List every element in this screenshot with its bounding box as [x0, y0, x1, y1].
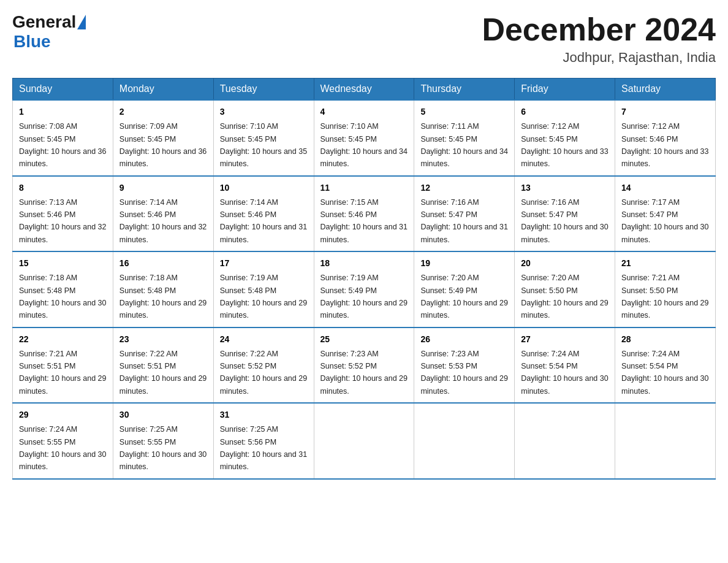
day-number: 21 [621, 257, 709, 270]
calendar-cell: 6Sunrise: 7:12 AMSunset: 5:45 PMDaylight… [515, 100, 615, 176]
day-info: Sunrise: 7:23 AMSunset: 5:53 PMDaylight:… [420, 350, 507, 396]
calendar-cell: 12Sunrise: 7:16 AMSunset: 5:47 PMDayligh… [414, 176, 515, 252]
day-number: 28 [621, 333, 709, 346]
day-number: 26 [420, 333, 508, 346]
day-number: 29 [19, 408, 107, 421]
calendar-cell: 9Sunrise: 7:14 AMSunset: 5:46 PMDaylight… [113, 176, 213, 252]
day-info: Sunrise: 7:16 AMSunset: 5:47 PMDaylight:… [521, 198, 608, 244]
calendar-cell: 3Sunrise: 7:10 AMSunset: 5:45 PMDaylight… [213, 100, 314, 176]
day-number: 9 [119, 182, 207, 194]
day-number: 30 [119, 408, 207, 421]
day-number: 8 [19, 182, 107, 194]
day-info: Sunrise: 7:14 AMSunset: 5:46 PMDaylight:… [119, 198, 207, 244]
calendar-week-row: 8Sunrise: 7:13 AMSunset: 5:46 PMDaylight… [13, 176, 716, 252]
day-number: 17 [220, 257, 308, 270]
day-info: Sunrise: 7:15 AMSunset: 5:46 PMDaylight:… [320, 198, 408, 244]
calendar-header-wednesday: Wednesday [314, 79, 414, 101]
day-info: Sunrise: 7:17 AMSunset: 5:47 PMDaylight:… [621, 198, 708, 244]
calendar-header-row: SundayMondayTuesdayWednesdayThursdayFrid… [13, 79, 716, 101]
calendar-cell: 8Sunrise: 7:13 AMSunset: 5:46 PMDaylight… [13, 176, 113, 252]
calendar-cell: 24Sunrise: 7:22 AMSunset: 5:52 PMDayligh… [213, 327, 314, 404]
calendar-cell [414, 403, 515, 479]
logo-general-text: General [12, 12, 76, 32]
calendar-cell [314, 403, 414, 479]
day-info: Sunrise: 7:22 AMSunset: 5:51 PMDaylight:… [119, 350, 207, 396]
day-info: Sunrise: 7:12 AMSunset: 5:45 PMDaylight:… [521, 122, 608, 168]
location-title: Jodhpur, Rajasthan, India [482, 50, 716, 66]
calendar-cell: 21Sunrise: 7:21 AMSunset: 5:50 PMDayligh… [615, 251, 716, 327]
day-number: 13 [521, 182, 609, 194]
day-info: Sunrise: 7:19 AMSunset: 5:49 PMDaylight:… [320, 274, 408, 320]
day-info: Sunrise: 7:21 AMSunset: 5:50 PMDaylight:… [621, 274, 708, 320]
day-info: Sunrise: 7:16 AMSunset: 5:47 PMDaylight:… [420, 198, 507, 244]
day-info: Sunrise: 7:14 AMSunset: 5:46 PMDaylight:… [220, 198, 307, 244]
calendar-header-tuesday: Tuesday [213, 79, 314, 101]
day-info: Sunrise: 7:20 AMSunset: 5:50 PMDaylight:… [521, 274, 608, 320]
day-info: Sunrise: 7:24 AMSunset: 5:55 PMDaylight:… [19, 425, 106, 471]
calendar-week-row: 1Sunrise: 7:08 AMSunset: 5:45 PMDaylight… [13, 100, 716, 176]
calendar-cell: 7Sunrise: 7:12 AMSunset: 5:46 PMDaylight… [615, 100, 716, 176]
calendar-week-row: 22Sunrise: 7:21 AMSunset: 5:51 PMDayligh… [13, 327, 716, 404]
page-header: General Blue December 2024 Jodhpur, Raja… [12, 12, 716, 66]
calendar-table: SundayMondayTuesdayWednesdayThursdayFrid… [12, 78, 716, 480]
calendar-cell: 10Sunrise: 7:14 AMSunset: 5:46 PMDayligh… [213, 176, 314, 252]
logo: General Blue [12, 12, 86, 52]
day-info: Sunrise: 7:12 AMSunset: 5:46 PMDaylight:… [621, 122, 708, 168]
day-number: 5 [420, 105, 508, 118]
day-number: 27 [521, 333, 609, 346]
calendar-cell: 4Sunrise: 7:10 AMSunset: 5:45 PMDaylight… [314, 100, 414, 176]
calendar-cell: 22Sunrise: 7:21 AMSunset: 5:51 PMDayligh… [13, 327, 113, 404]
day-info: Sunrise: 7:20 AMSunset: 5:49 PMDaylight:… [420, 274, 507, 320]
calendar-cell: 14Sunrise: 7:17 AMSunset: 5:47 PMDayligh… [615, 176, 716, 252]
day-info: Sunrise: 7:22 AMSunset: 5:52 PMDaylight:… [220, 350, 307, 396]
calendar-cell: 1Sunrise: 7:08 AMSunset: 5:45 PMDaylight… [13, 100, 113, 176]
calendar-cell: 19Sunrise: 7:20 AMSunset: 5:49 PMDayligh… [414, 251, 515, 327]
month-title: December 2024 [482, 12, 716, 47]
calendar-cell: 16Sunrise: 7:18 AMSunset: 5:48 PMDayligh… [113, 251, 213, 327]
calendar-cell: 20Sunrise: 7:20 AMSunset: 5:50 PMDayligh… [515, 251, 615, 327]
calendar-week-row: 29Sunrise: 7:24 AMSunset: 5:55 PMDayligh… [13, 403, 716, 479]
day-number: 10 [220, 182, 308, 194]
day-info: Sunrise: 7:23 AMSunset: 5:52 PMDaylight:… [320, 350, 408, 396]
title-section: December 2024 Jodhpur, Rajasthan, India [482, 12, 716, 66]
day-info: Sunrise: 7:10 AMSunset: 5:45 PMDaylight:… [320, 122, 408, 168]
day-info: Sunrise: 7:09 AMSunset: 5:45 PMDaylight:… [119, 122, 207, 168]
calendar-header-saturday: Saturday [615, 79, 716, 101]
day-number: 16 [119, 257, 207, 270]
calendar-week-row: 15Sunrise: 7:18 AMSunset: 5:48 PMDayligh… [13, 251, 716, 327]
calendar-cell: 30Sunrise: 7:25 AMSunset: 5:55 PMDayligh… [113, 403, 213, 479]
day-info: Sunrise: 7:19 AMSunset: 5:48 PMDaylight:… [220, 274, 307, 320]
day-number: 1 [19, 105, 107, 118]
day-info: Sunrise: 7:10 AMSunset: 5:45 PMDaylight:… [220, 122, 307, 168]
day-number: 3 [220, 105, 308, 118]
calendar-cell [515, 403, 615, 479]
day-number: 18 [320, 257, 408, 270]
day-number: 15 [19, 257, 107, 270]
calendar-cell: 15Sunrise: 7:18 AMSunset: 5:48 PMDayligh… [13, 251, 113, 327]
day-number: 14 [621, 182, 709, 194]
calendar-cell: 13Sunrise: 7:16 AMSunset: 5:47 PMDayligh… [515, 176, 615, 252]
day-info: Sunrise: 7:13 AMSunset: 5:46 PMDaylight:… [19, 198, 106, 244]
calendar-cell: 11Sunrise: 7:15 AMSunset: 5:46 PMDayligh… [314, 176, 414, 252]
logo-blue-text: Blue [13, 32, 86, 52]
day-number: 23 [119, 333, 207, 346]
day-number: 31 [220, 408, 308, 421]
day-info: Sunrise: 7:21 AMSunset: 5:51 PMDaylight:… [19, 350, 106, 396]
day-number: 24 [220, 333, 308, 346]
day-info: Sunrise: 7:11 AMSunset: 5:45 PMDaylight:… [420, 122, 507, 168]
day-info: Sunrise: 7:25 AMSunset: 5:55 PMDaylight:… [119, 425, 207, 471]
calendar-cell: 25Sunrise: 7:23 AMSunset: 5:52 PMDayligh… [314, 327, 414, 404]
logo-triangle-icon [77, 15, 86, 29]
calendar-cell: 18Sunrise: 7:19 AMSunset: 5:49 PMDayligh… [314, 251, 414, 327]
calendar-cell: 27Sunrise: 7:24 AMSunset: 5:54 PMDayligh… [515, 327, 615, 404]
day-number: 20 [521, 257, 609, 270]
day-number: 7 [621, 105, 709, 118]
day-info: Sunrise: 7:24 AMSunset: 5:54 PMDaylight:… [521, 350, 608, 396]
day-info: Sunrise: 7:08 AMSunset: 5:45 PMDaylight:… [19, 122, 106, 168]
day-number: 25 [320, 333, 408, 346]
calendar-cell: 5Sunrise: 7:11 AMSunset: 5:45 PMDaylight… [414, 100, 515, 176]
calendar-cell: 2Sunrise: 7:09 AMSunset: 5:45 PMDaylight… [113, 100, 213, 176]
calendar-header-monday: Monday [113, 79, 213, 101]
calendar-cell: 26Sunrise: 7:23 AMSunset: 5:53 PMDayligh… [414, 327, 515, 404]
day-info: Sunrise: 7:18 AMSunset: 5:48 PMDaylight:… [19, 274, 106, 320]
